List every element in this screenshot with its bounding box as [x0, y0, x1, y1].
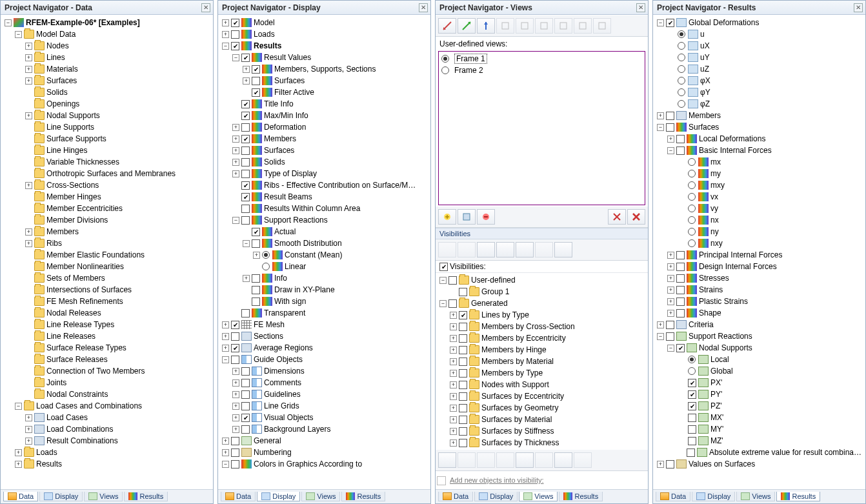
tab-results[interactable]: Results	[341, 492, 385, 501]
svg-rect-5	[599, 23, 605, 29]
svg-rect-4	[579, 23, 586, 29]
tab-data[interactable]: Data	[3, 492, 38, 501]
tab-results[interactable]: Results	[124, 492, 168, 501]
tab-display[interactable]: Display	[692, 492, 735, 501]
view-row-frame1[interactable]: Frame 1	[441, 53, 642, 65]
view-row-frame2[interactable]: Frame 2	[441, 65, 642, 76]
view-z-button[interactable]	[477, 18, 495, 34]
folder-icon	[24, 30, 34, 39]
visibilities-header: Visibilities	[436, 228, 648, 239]
data-icon	[8, 492, 17, 500]
vis-btn-2[interactable]	[458, 242, 476, 257]
view-btn-6[interactable]	[535, 18, 553, 34]
tab-display[interactable]: Display	[39, 492, 83, 501]
vtb5[interactable]	[516, 452, 534, 468]
view-x-button[interactable]	[438, 18, 456, 34]
tab-views[interactable]: Views	[736, 492, 775, 501]
panel-results: Project Navigator - Results ✕ −✔Global D…	[652, 0, 866, 504]
tree-display[interactable]: +✔Model +Loads −✔Results −✔Result Values…	[218, 15, 430, 489]
vis-btn-1[interactable]	[438, 242, 456, 257]
checkbox[interactable]: ✔	[231, 19, 239, 27]
bottom-tabs: Data Display Views Results	[1, 489, 213, 503]
titlebar-display: Project Navigator - Display ✕	[218, 1, 430, 15]
model-icon	[241, 18, 252, 27]
visibilities-toolbar	[436, 239, 648, 261]
bottom-tabs: Data Display Views Results	[218, 489, 430, 503]
view-btn-9[interactable]	[593, 18, 611, 34]
close-icon[interactable]: ✕	[419, 3, 428, 12]
user-views-label: User-defined views:	[436, 37, 648, 50]
flag-icon	[241, 355, 252, 364]
tab-views[interactable]: Views	[84, 492, 123, 501]
vtb7[interactable]	[554, 452, 572, 468]
numbering-icon	[241, 448, 252, 457]
panel-display: Project Navigator - Display ✕ +✔Model +L…	[217, 0, 431, 504]
svg-rect-2	[541, 23, 547, 29]
tab-views[interactable]: Views	[519, 492, 558, 501]
section-icon	[241, 332, 252, 341]
view-btn-7[interactable]	[554, 18, 572, 34]
svg-rect-3	[560, 23, 567, 29]
tab-display[interactable]: Display	[257, 492, 300, 501]
tab-display[interactable]: Display	[474, 492, 518, 501]
tab-views[interactable]: Views	[301, 492, 340, 501]
svg-rect-7	[463, 214, 470, 220]
vis-btn-4[interactable]	[496, 242, 514, 257]
views-toolbar-top	[436, 15, 648, 37]
tab-results[interactable]: Results	[776, 492, 820, 501]
view-btn-4[interactable]	[496, 18, 514, 34]
close-icon[interactable]: ✕	[201, 3, 210, 12]
visibilities-toolbar-bottom	[436, 450, 648, 471]
user-views-list[interactable]: Frame 1 Frame 2	[438, 51, 645, 205]
views-toolbar-mid	[436, 207, 648, 228]
mesh-icon	[241, 320, 252, 329]
vtb2[interactable]	[458, 452, 476, 468]
vtb4[interactable]	[496, 452, 514, 468]
tab-data[interactable]: Data	[221, 492, 256, 501]
tree-item[interactable]: Model Data	[36, 30, 76, 39]
svg-rect-0	[502, 23, 509, 29]
close-icon[interactable]: ✕	[854, 3, 863, 12]
vtb1[interactable]	[438, 452, 456, 468]
vtb8[interactable]	[574, 452, 592, 468]
radio[interactable]	[441, 55, 449, 63]
views-icon	[88, 492, 97, 500]
tab-data[interactable]: Data	[656, 492, 690, 501]
vis-btn-6[interactable]	[535, 242, 553, 257]
support-icon	[676, 332, 687, 341]
vis-btn-5[interactable]	[516, 242, 534, 257]
add-objects-hint[interactable]: Add new objects into visibility:	[436, 471, 648, 489]
results-icon	[128, 492, 137, 500]
svg-rect-1	[521, 23, 528, 29]
vtb3[interactable]	[477, 452, 495, 468]
tab-results[interactable]: Results	[559, 492, 603, 501]
edit-view-button[interactable]	[458, 209, 476, 225]
tree-data[interactable]: −RFEM-Example-06* [Examples] −Model Data…	[1, 15, 213, 489]
titlebar-results: Project Navigator - Results ✕	[653, 1, 865, 15]
expander[interactable]: −	[5, 19, 12, 26]
title-data: Project Navigator - Data	[5, 3, 92, 12]
delete-all-button[interactable]	[627, 209, 645, 225]
vis-btn-3[interactable]	[477, 242, 495, 257]
tab-data[interactable]: Data	[438, 492, 473, 501]
close-icon[interactable]: ✕	[636, 3, 645, 12]
tree-results[interactable]: −✔Global Deformations u uX uY uZ φX φY φ…	[653, 15, 865, 489]
add-view-button[interactable]	[438, 209, 456, 225]
delete-selected-button[interactable]	[608, 209, 626, 225]
app-icon	[14, 18, 24, 27]
view-btn-5[interactable]	[516, 18, 534, 34]
vis-btn-7[interactable]	[554, 242, 572, 257]
titlebar-data: Project Navigator - Data ✕	[1, 1, 213, 15]
view-y-button[interactable]	[458, 18, 476, 34]
panel-views: Project Navigator - Views ✕ User-defined…	[435, 0, 649, 504]
colors-icon	[241, 459, 252, 469]
view-btn-8[interactable]	[574, 18, 592, 34]
root-node[interactable]: RFEM-Example-06* [Examples]	[26, 18, 140, 27]
radio[interactable]	[262, 251, 270, 259]
visibilities-checkbox[interactable]: ✔	[439, 263, 448, 271]
vtb6[interactable]	[535, 452, 553, 468]
general-icon	[241, 436, 252, 445]
panel-data: Project Navigator - Data ✕ −RFEM-Example…	[0, 0, 214, 504]
remove-view-button[interactable]	[477, 209, 495, 225]
titlebar-views: Project Navigator - Views ✕	[436, 1, 648, 15]
